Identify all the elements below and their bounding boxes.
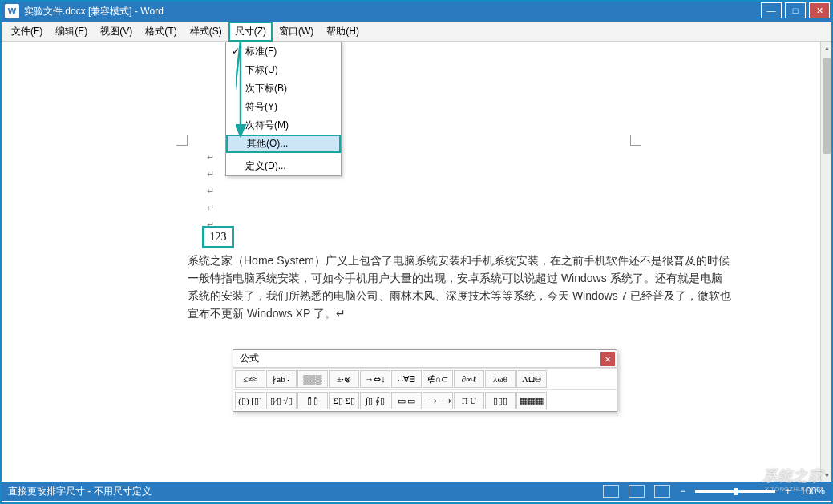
zoom-out-button[interactable]: − [680, 486, 685, 497]
zoom-slider-handle[interactable] [734, 487, 738, 496]
maximize-button[interactable]: □ [785, 2, 806, 18]
equation-toolbar-title-text: 公式 [240, 352, 259, 365]
dropdown-item[interactable]: ✓标准(F) [226, 42, 341, 61]
menu-item-文件[interactable]: 文件(F) [5, 22, 49, 42]
document-area: ↵↵↵↵↵ 123 系统之家（Home System）广义上包含了电脑系统安装和… [0, 42, 820, 482]
dropdown-item[interactable]: 定义(D)... [226, 157, 341, 175]
dropdown-item-label: 次符号(M) [245, 116, 289, 135]
equation-palette-button[interactable]: ∂∞ℓ [454, 370, 484, 388]
page: ↵↵↵↵↵ 123 系统之家（Home System）广义上包含了电脑系统安装和… [88, 56, 730, 482]
paragraph-marks: ↵↵↵↵↵ [207, 152, 214, 236]
view-mode-read-icon[interactable] [603, 485, 619, 498]
menu-item-尺寸[interactable]: 尺寸(Z) [228, 22, 273, 42]
document-body-text[interactable]: 系统之家（Home System）广义上包含了电脑系统安装和手机系统安装，在之前… [188, 252, 733, 322]
equation-palette-button[interactable]: Π Ū [454, 392, 484, 409]
dropdown-item-label: 符号(Y) [245, 98, 277, 116]
equation-palette-button[interactable]: ΛΩΘ [516, 370, 547, 388]
equation-palette-button[interactable]: ▦▦▦ [516, 392, 547, 409]
dropdown-item-label: 下标(U) [245, 61, 278, 79]
menu-item-编辑[interactable]: 编辑(E) [49, 22, 94, 42]
equation-palette-button[interactable]: Σ▯ Σ▯ [329, 392, 359, 409]
equation-palette-button[interactable]: ▯⁄▯ √▯ [266, 392, 297, 409]
scrollbar-thumb[interactable] [823, 58, 831, 154]
scroll-up-icon[interactable]: ▲ [821, 42, 833, 54]
dropdown-item-label: 定义(D)... [245, 157, 286, 175]
equation-palette-button[interactable]: ⟶ ⟶ [423, 392, 453, 409]
scroll-down-icon[interactable]: ▼ [821, 469, 833, 482]
dropdown-item[interactable]: 下标(U) [226, 61, 341, 79]
equation-palette-button[interactable]: ≤≠≈ [235, 370, 265, 388]
equation-palette-button[interactable]: →⇔↓ [360, 370, 390, 388]
equation-palette-row-2: (▯) [▯]▯⁄▯ √▯▯̄ ▯̈Σ▯ Σ▯∫▯ ∮▯▭ ▭⟶ ⟶Π Ū▯▯▯… [233, 389, 617, 411]
equation-palette-button[interactable]: ▯̄ ▯̈ [297, 392, 328, 409]
equation-object[interactable]: 123 [202, 226, 234, 248]
menu-item-样式[interactable]: 样式(S) [184, 22, 228, 42]
dropdown-item[interactable]: 符号(Y) [226, 98, 341, 116]
dropdown-item[interactable]: 其他(O)... [226, 135, 341, 153]
equation-palette-button[interactable]: ▭ ▭ [391, 392, 422, 409]
zoom-slider[interactable] [695, 490, 775, 493]
word-app-icon: W [5, 4, 19, 18]
equation-palette-row-1: ≤≠≈∤ab∵▒▒▒±∙⊗→⇔↓∴∀∃∉∩⊂∂∞ℓλωθΛΩΘ [233, 368, 617, 389]
size-menu-dropdown: ✓标准(F)下标(U)次下标(B)符号(Y)次符号(M)其他(O)...定义(D… [225, 42, 342, 176]
statusbar-message: 直接更改排字尺寸 - 不用尺寸定义 [8, 485, 152, 498]
equation-palette-button[interactable]: ∫▯ ∮▯ [360, 392, 390, 409]
window-controls: — □ ✕ [761, 2, 830, 18]
menu-item-视图[interactable]: 视图(V) [94, 22, 139, 42]
equation-palette-button[interactable]: ∤ab∵ [266, 370, 297, 388]
dropdown-item-label: 其他(O)... [247, 136, 288, 151]
menu-item-格式[interactable]: 格式(T) [139, 22, 183, 42]
margin-marker-top-left [176, 135, 188, 146]
statusbar: 直接更改排字尺寸 - 不用尺寸定义 − + 100% [0, 482, 833, 501]
vertical-scrollbar[interactable]: ▲ ▼ [820, 42, 833, 482]
equation-palette-button[interactable]: ∉∩⊂ [423, 370, 453, 388]
window-title: 实验文件.docx [兼容模式] - Word [24, 5, 164, 18]
zoom-value[interactable]: 100% [800, 486, 825, 497]
equation-toolbar: 公式 ✕ ≤≠≈∤ab∵▒▒▒±∙⊗→⇔↓∴∀∃∉∩⊂∂∞ℓλωθΛΩΘ (▯)… [233, 349, 617, 412]
dropdown-item[interactable]: 次符号(M) [226, 116, 341, 135]
equation-palette-button[interactable]: ∴∀∃ [391, 370, 422, 388]
titlebar: W 实验文件.docx [兼容模式] - Word — □ ✕ [0, 0, 833, 22]
menu-item-帮助[interactable]: 帮助(H) [320, 22, 366, 42]
dropdown-item[interactable]: 次下标(B) [226, 79, 341, 98]
equation-palette-button[interactable]: λωθ [485, 370, 516, 388]
menubar: 文件(F)编辑(E)视图(V)格式(T)样式(S)尺寸(Z)窗口(W)帮助(H) [0, 22, 833, 42]
equation-palette-button[interactable]: ▯▯▯ [485, 392, 516, 409]
check-icon: ✓ [226, 42, 245, 61]
equation-palette-button[interactable]: ±∙⊗ [329, 370, 359, 388]
dropdown-item-label: 标准(F) [245, 42, 277, 61]
equation-palette-button[interactable]: ▒▒▒ [297, 370, 328, 388]
margin-marker-top-right [630, 135, 641, 146]
equation-toolbar-title[interactable]: 公式 ✕ [233, 350, 617, 368]
view-mode-web-icon[interactable] [654, 485, 670, 498]
dropdown-item-label: 次下标(B) [245, 79, 287, 98]
equation-palette-button[interactable]: (▯) [▯] [235, 392, 265, 409]
close-button[interactable]: ✕ [809, 2, 830, 18]
menu-item-窗口[interactable]: 窗口(W) [273, 22, 320, 42]
view-mode-print-icon[interactable] [629, 485, 645, 498]
menu-separator [229, 155, 338, 155]
minimize-button[interactable]: — [761, 2, 782, 18]
zoom-in-button[interactable]: + [785, 486, 791, 497]
equation-toolbar-close-button[interactable]: ✕ [600, 352, 615, 366]
